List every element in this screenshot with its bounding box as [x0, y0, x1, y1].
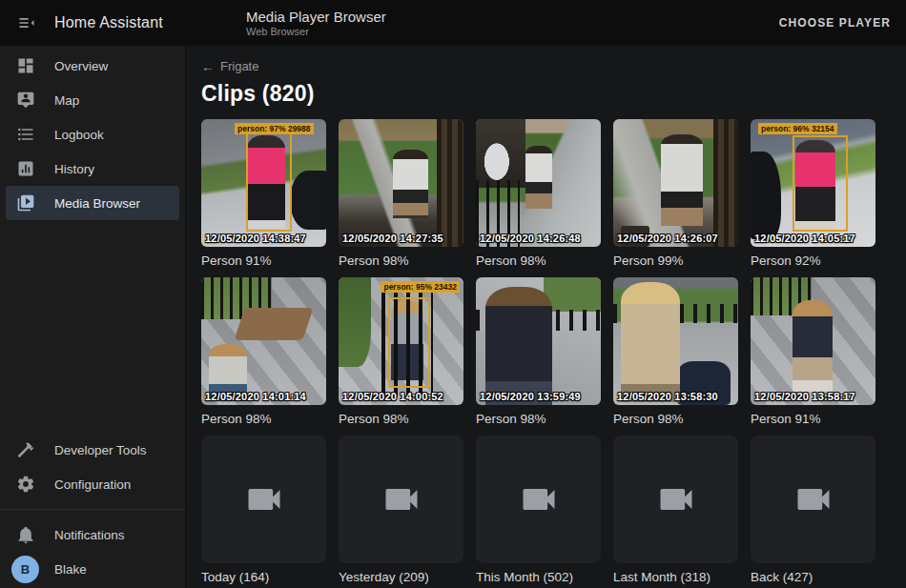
clip-timestamp: 12/05/2020 13:58:30 [617, 391, 718, 402]
clip-thumbnail[interactable]: person: 96% 32154 12/05/2020 14:05:17 [751, 119, 875, 247]
list-bulleted-icon [15, 124, 36, 145]
sidebar-item-user-profile[interactable]: B Blake [6, 552, 179, 586]
clip-card: 12/05/2020 13:58:17 Person 91% [751, 277, 875, 427]
clip-caption: Person 98% [476, 253, 601, 269]
folder-this-month[interactable] [476, 436, 601, 563]
clip-caption: Person 99% [613, 253, 738, 269]
bell-icon [15, 524, 36, 545]
person-figure [793, 300, 833, 392]
menu-open-icon [17, 13, 36, 32]
clip-card: 12/05/2020 14:26:07 Person 99% [613, 119, 738, 269]
stroller-shape [751, 152, 781, 239]
folder-back[interactable] [751, 436, 875, 563]
sidebar-item-developer-tools[interactable]: Developer Tools [6, 433, 179, 467]
video-camera-icon [243, 478, 285, 520]
clip-thumbnail[interactable]: 12/05/2020 14:01:14 [201, 277, 326, 405]
clip-thumbnail[interactable]: 12/05/2020 13:58:30 [613, 277, 738, 405]
folder-card: Last Month (318) [613, 436, 738, 585]
sidebar-item-media-browser[interactable]: Media Browser [6, 186, 179, 220]
page-title: Clips (820) [201, 81, 891, 107]
app-title: Home Assistant [54, 14, 163, 31]
clip-caption: Person 92% [751, 253, 875, 269]
clip-card: 12/05/2020 13:59:49 Person 98% [476, 277, 601, 427]
folder-last-month[interactable] [613, 436, 738, 563]
stroller-shape [290, 171, 326, 230]
clip-thumbnail[interactable]: 12/05/2020 14:26:07 [613, 119, 738, 247]
clip-timestamp: 12/05/2020 14:00:52 [342, 391, 443, 402]
clip-card: person: 96% 32154 12/05/2020 14:05:17 Pe… [751, 119, 875, 269]
clip-card: person: 95% 23432 12/05/2020 14:00:52 Pe… [339, 277, 463, 427]
clip-card: 12/05/2020 13:58:30 Person 98% [613, 277, 738, 427]
clip-thumbnail[interactable]: 12/05/2020 13:58:17 [751, 277, 875, 405]
person-figure [485, 287, 552, 405]
sidebar-item-history[interactable]: History [6, 152, 179, 186]
sidebar-toggle-button[interactable] [14, 10, 39, 35]
porch-rail-shape [437, 119, 463, 247]
page-header-subtitle: Web Browser [246, 26, 386, 38]
media-browser-content: ← Frigate Clips (820) person: 97% 29988 … [186, 46, 906, 588]
sidebar-item-label: Overview [54, 59, 108, 73]
grass-shape [544, 277, 601, 312]
sidebar-item-configuration[interactable]: Configuration [6, 467, 179, 501]
sidebar-item-label: Configuration [54, 477, 131, 492]
clip-timestamp: 12/05/2020 14:01:14 [205, 391, 306, 402]
detection-bbox [246, 132, 292, 232]
folder-card: Back (427) [751, 436, 875, 585]
sidebar-nav-list: Overview Map Logbook History Media Brows… [0, 46, 185, 220]
folder-today[interactable] [201, 436, 326, 563]
clip-caption: Person 98% [339, 253, 463, 269]
clip-timestamp: 12/05/2020 14:26:48 [480, 233, 581, 244]
clip-thumbnail[interactable]: 12/05/2020 14:26:48 [476, 119, 601, 247]
back-arrow-icon: ← [201, 60, 215, 73]
gear-icon [15, 474, 36, 495]
clip-timestamp: 12/05/2020 14:38:47 [205, 233, 306, 244]
sidebar-item-map[interactable]: Map [6, 83, 179, 117]
video-camera-icon [381, 478, 422, 520]
clip-card: 12/05/2020 14:27:35 Person 98% [339, 119, 463, 269]
folder-label: Last Month (318) [613, 569, 738, 585]
detection-bbox [388, 297, 430, 388]
folder-card: Today (164) [201, 436, 326, 585]
sidebar-item-notifications[interactable]: Notifications [6, 517, 179, 552]
choose-player-button[interactable]: CHOOSE PLAYER [764, 7, 906, 39]
sidebar-item-label: History [54, 162, 94, 176]
clip-thumbnail[interactable]: 12/05/2020 14:27:35 [339, 119, 463, 247]
clip-card: 12/05/2020 14:01:14 Person 98% [201, 277, 326, 427]
breadcrumb-label: Frigate [220, 59, 258, 73]
folder-card: Yesterday (209) [339, 436, 463, 585]
folder-card: This Month (502) [476, 436, 601, 585]
sidebar-item-label: Notifications [54, 528, 125, 542]
folder-label: This Month (502) [476, 569, 601, 585]
clip-thumbnail[interactable]: person: 97% 29988 12/05/2020 14:38:47 [201, 119, 326, 247]
sidebar-item-overview[interactable]: Overview [6, 49, 179, 83]
app-header: Home Assistant Media Player Browser Web … [0, 0, 906, 46]
hammer-icon [15, 439, 36, 460]
clip-caption: Person 91% [201, 253, 326, 269]
garden-patch-shape [234, 308, 313, 340]
sidebar-item-label: Logbook [54, 128, 104, 142]
sidebar-item-logbook[interactable]: Logbook [6, 117, 179, 152]
page-header-title: Media Player Browser [246, 9, 386, 26]
folder-label: Back (427) [751, 569, 875, 585]
person-figure [525, 146, 552, 209]
play-box-multiple-icon [15, 193, 36, 213]
clip-thumbnail[interactable]: 12/05/2020 13:59:49 [476, 277, 601, 405]
sidebar-item-label: Map [54, 93, 79, 108]
folder-yesterday[interactable] [339, 436, 463, 563]
clip-thumbnail[interactable]: person: 95% 23432 12/05/2020 14:00:52 [339, 277, 463, 405]
video-camera-icon [793, 478, 834, 520]
chart-box-icon [15, 158, 36, 179]
header-left: Home Assistant [0, 10, 186, 35]
detection-bbox [793, 135, 848, 232]
clip-timestamp: 12/05/2020 13:59:49 [480, 391, 581, 402]
user-avatar: B [11, 556, 39, 583]
clip-caption: Person 98% [201, 411, 326, 427]
video-camera-icon [655, 478, 697, 520]
clip-caption: Person 98% [339, 411, 463, 427]
breadcrumb[interactable]: ← Frigate [201, 59, 258, 73]
clip-caption: Person 98% [476, 411, 601, 427]
dashboard-icon [15, 55, 36, 76]
detection-label: person: 96% 32154 [758, 123, 837, 134]
sidebar: Overview Map Logbook History Media Brows… [0, 46, 186, 588]
plants-shape [339, 277, 371, 367]
